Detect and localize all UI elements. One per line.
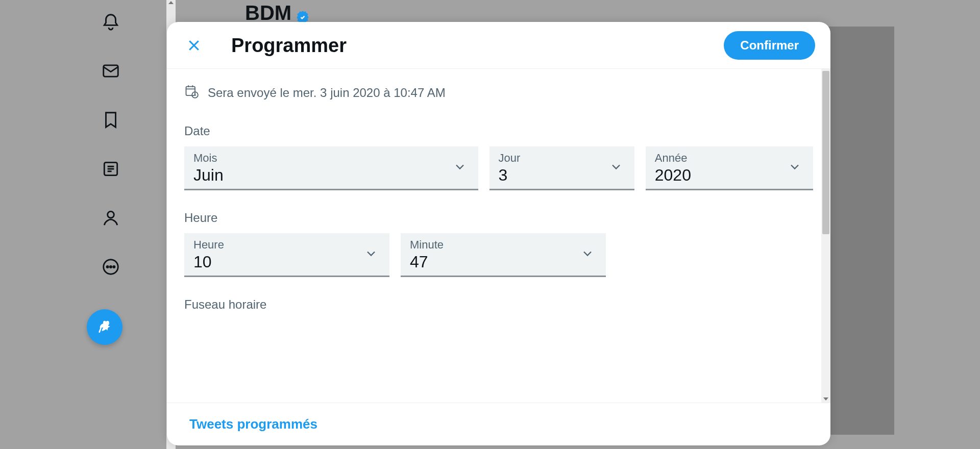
- messages-icon[interactable]: [99, 59, 122, 83]
- chevron-down-icon: [788, 160, 802, 176]
- hour-select[interactable]: Heure 10: [184, 233, 389, 277]
- confirm-button[interactable]: Confirmer: [724, 31, 815, 60]
- scrollbar-thumb[interactable]: [822, 71, 829, 234]
- account-name-text: BDM: [245, 2, 291, 24]
- schedule-summary-text: Sera envoyé le mer. 3 juin 2020 à 10:47 …: [208, 86, 446, 100]
- date-section-label: Date: [184, 124, 813, 138]
- compose-tweet-button[interactable]: [87, 309, 122, 345]
- modal-title: Programmer: [231, 35, 724, 57]
- day-label: Jour: [499, 152, 625, 165]
- month-label: Mois: [193, 152, 469, 165]
- timezone-section-label: Fuseau horaire: [184, 297, 813, 312]
- calendar-clock-icon: [184, 84, 199, 102]
- year-value: 2020: [655, 166, 804, 185]
- month-value: Juin: [193, 166, 469, 185]
- more-icon[interactable]: [99, 255, 122, 279]
- svg-rect-7: [186, 87, 195, 96]
- scroll-arrow-down-icon: [823, 397, 828, 401]
- scroll-arrow-up-icon: [168, 1, 174, 4]
- month-select[interactable]: Mois Juin: [184, 146, 478, 190]
- close-button[interactable]: [182, 34, 206, 57]
- modal-header: Programmer Confirmer: [167, 22, 830, 69]
- day-select[interactable]: Jour 3: [489, 146, 634, 190]
- modal-body: Sera envoyé le mer. 3 juin 2020 à 10:47 …: [167, 69, 830, 403]
- minute-select[interactable]: Minute 47: [401, 233, 606, 277]
- svg-point-4: [107, 266, 108, 267]
- sidebar-nav: [0, 0, 174, 449]
- verified-badge-icon: [296, 6, 310, 20]
- time-section-label: Heure: [184, 211, 813, 225]
- year-select[interactable]: Année 2020: [646, 146, 813, 190]
- chevron-down-icon: [609, 160, 623, 176]
- modal-footer: Tweets programmés: [167, 403, 830, 445]
- notifications-icon[interactable]: [99, 10, 122, 34]
- scheduled-tweets-link[interactable]: Tweets programmés: [189, 416, 317, 432]
- hour-label: Heure: [193, 238, 380, 252]
- chevron-down-icon: [364, 246, 378, 263]
- minute-value: 47: [410, 253, 597, 271]
- lists-icon[interactable]: [99, 157, 122, 181]
- modal-scrollbar[interactable]: [821, 69, 830, 403]
- bookmarks-icon[interactable]: [99, 108, 122, 132]
- chevron-down-icon: [580, 246, 595, 263]
- date-fields-row: Mois Juin Jour 3 Année 2020: [184, 146, 813, 190]
- hour-value: 10: [193, 253, 380, 271]
- profile-icon[interactable]: [99, 206, 122, 230]
- svg-point-2: [108, 211, 114, 218]
- day-value: 3: [499, 166, 625, 185]
- svg-point-6: [113, 266, 115, 267]
- svg-point-5: [110, 266, 111, 267]
- account-name-peek: BDM: [245, 2, 310, 24]
- schedule-summary: Sera envoyé le mer. 3 juin 2020 à 10:47 …: [184, 84, 813, 102]
- chevron-down-icon: [453, 160, 467, 176]
- time-fields-row: Heure 10 Minute 47: [184, 233, 813, 277]
- schedule-modal: Programmer Confirmer Sera envoyé le mer.…: [167, 22, 830, 445]
- minute-label: Minute: [410, 238, 597, 252]
- year-label: Année: [655, 152, 804, 165]
